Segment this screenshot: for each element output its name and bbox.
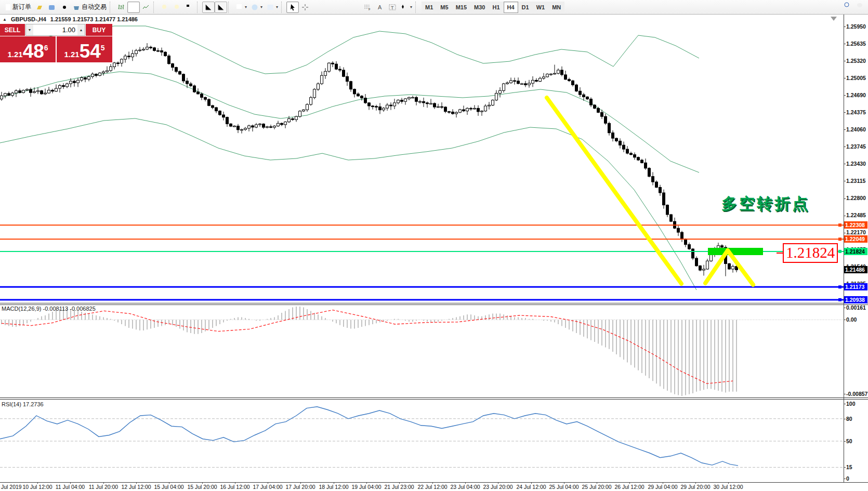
support-zone-rectangle[interactable] (708, 248, 763, 255)
new-order-button[interactable]: 新订单 (2, 2, 33, 13)
chart-shift-marker-icon[interactable] (831, 17, 837, 21)
collapse-triangle-icon[interactable]: ▲ (3, 17, 7, 22)
toolbar-button-label: 自动交易 (82, 3, 107, 11)
profiles-button[interactable] (46, 2, 58, 13)
timeframe-button-m5[interactable]: M5 (437, 2, 452, 13)
fibonacci-button[interactable]: F (361, 2, 374, 13)
time-axis-label: 19 Jul 04:00 (351, 484, 381, 490)
chartshift-icon (217, 4, 225, 11)
channel-button[interactable]: E (349, 2, 361, 13)
time-axis-tick (268, 482, 268, 484)
macd-axis-label: 0.00161 (846, 304, 868, 311)
indicators-button[interactable]: ▾ (233, 2, 249, 13)
bars-icon (117, 4, 125, 11)
label-button[interactable]: T (386, 2, 399, 13)
price-axis-tick (844, 61, 846, 61)
cursor-button[interactable] (286, 2, 299, 13)
chart-shift-button[interactable] (215, 2, 227, 13)
buy-price-display[interactable]: 1.21545 (57, 36, 112, 62)
buy-button[interactable]: BUY (85, 24, 112, 36)
timeframe-button-w1[interactable]: W1 (533, 2, 549, 13)
timeframe-button-m1[interactable]: M1 (422, 2, 437, 13)
turning-point-annotation[interactable]: 多空转折点 (721, 193, 810, 215)
time-axis-tick (136, 482, 137, 484)
volume-increase-button[interactable]: ▲ (77, 24, 85, 35)
time-axis-label: 10 Jul 12:00 (22, 484, 52, 490)
periods-button[interactable]: ▾ (249, 2, 265, 13)
time-axis-tick (334, 482, 334, 484)
pane-separator[interactable] (0, 304, 868, 305)
rsi-axis-tick (844, 467, 846, 468)
chat-icon[interactable] (857, 2, 865, 9)
level-anchor[interactable] (838, 298, 841, 301)
zoom-in-icon (161, 4, 168, 11)
sell-price-display[interactable]: 1.21486 (0, 36, 56, 62)
price-axis-tick (844, 95, 846, 96)
price-level-chip[interactable]: 1.20938 (844, 296, 867, 303)
hline-icon (326, 4, 334, 11)
volume-decrease-button[interactable]: ▼ (26, 24, 33, 35)
chart-window-button[interactable] (33, 2, 46, 13)
shapes-button[interactable]: ▾ (399, 2, 414, 13)
new-order-icon (4, 4, 11, 11)
rsi-indicator-label: RSI(14) 17.2736 (2, 401, 44, 407)
tile-windows-button[interactable] (183, 2, 196, 13)
price-axis-label: 1.25635 (846, 41, 868, 47)
sell-price-sup: 6 (44, 44, 48, 52)
template-icon (267, 4, 274, 11)
time-axis-label: 29 Jul 20:00 (680, 484, 710, 490)
horizontal-line-button[interactable] (324, 2, 336, 13)
chart-canvas[interactable] (0, 0, 868, 491)
candlestick-chart-button[interactable] (127, 2, 140, 13)
level-anchor[interactable] (838, 223, 841, 227)
level-anchor[interactable] (838, 237, 841, 241)
trading-terminal-window: 新订单自动交易▾▾▾EFAT▾M1M5M15M30H1H4D1W1MN ▲ GB… (0, 0, 868, 491)
line-chart-button[interactable] (140, 2, 152, 13)
tiles-icon (186, 4, 193, 11)
pane-separator[interactable] (0, 397, 868, 398)
price-level-chip[interactable]: 1.22308 (844, 221, 867, 229)
window-icon (36, 4, 43, 11)
rsi-line (0, 407, 738, 466)
macd-axis-label: 0.00 (846, 316, 868, 323)
bar-chart-button[interactable] (115, 2, 127, 13)
pane-separator[interactable] (0, 399, 868, 400)
price-level-chip[interactable]: 1.22049 (844, 235, 867, 243)
crosshair-button[interactable] (299, 2, 311, 13)
time-axis-label: 11 Jul 20:00 (89, 484, 118, 490)
auto-scroll-button[interactable] (202, 2, 215, 13)
timeframe-button-d1[interactable]: D1 (518, 2, 533, 13)
cursor-icon (289, 4, 296, 11)
pane-separator[interactable] (0, 303, 868, 303)
price-axis-tick (844, 181, 846, 181)
alerts-button[interactable] (58, 2, 71, 13)
auto-trading-button[interactable]: 自动交易 (71, 2, 109, 13)
timeframe-button-mn[interactable]: MN (548, 2, 564, 13)
price-callout-box[interactable]: 1.21824 (783, 243, 838, 263)
level-anchor[interactable] (838, 250, 841, 253)
timeframe-button-m30[interactable]: M30 (470, 2, 489, 13)
price-level-chip[interactable]: 1.21173 (844, 283, 867, 290)
trendline-button[interactable] (336, 2, 349, 13)
macd-histogram (2, 307, 737, 396)
timeframe-button-h1[interactable]: H1 (489, 2, 503, 13)
vertical-line-button[interactable] (311, 2, 324, 13)
price-level-chip[interactable]: 1.21824 (844, 248, 867, 255)
sell-button[interactable]: SELL (0, 24, 25, 36)
search-icon[interactable] (844, 2, 851, 9)
time-axis-label: Jul 2019 (1, 484, 22, 490)
text-button[interactable]: A (374, 2, 386, 13)
timeframe-toolbar: M1M5M15M30H1H4D1W1MN (422, 2, 564, 13)
timeframe-button-h4[interactable]: H4 (504, 2, 518, 13)
time-axis-tick (564, 482, 564, 484)
rsi-axis-tick (844, 404, 846, 404)
autotrade-icon (73, 4, 80, 11)
level-anchor[interactable] (838, 285, 841, 288)
time-axis-label: 26 Jul 12:00 (614, 484, 644, 490)
price-axis-label: 1.25005 (846, 75, 868, 82)
zoom-in-button[interactable] (159, 2, 171, 13)
volume-input[interactable] (33, 24, 77, 35)
zoom-out-button[interactable] (171, 2, 183, 13)
templates-button[interactable]: ▾ (265, 2, 280, 13)
timeframe-button-m15[interactable]: M15 (452, 2, 470, 13)
